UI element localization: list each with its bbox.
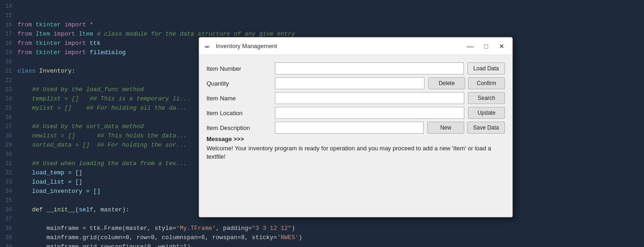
confirm-button[interactable]: Confirm	[468, 77, 505, 89]
line-number: 18	[0, 39, 18, 48]
quantity-label: Quantity	[207, 80, 271, 87]
form-rows: Item Number Load Data Quantity Delete Co…	[207, 62, 505, 134]
code-line: 40 mainframe.grid_rowconfigure(0, weight…	[0, 242, 644, 247]
code-text: from tkinter import filedialog	[18, 48, 126, 57]
line-number: 30	[0, 150, 18, 159]
item-description-label: Item Description	[207, 124, 271, 131]
code-text: newlist = [] ## This holds the data...	[18, 131, 187, 141]
line-number: 33	[0, 178, 18, 187]
code-text: templist = [] ## This is a temporary li.…	[18, 94, 190, 104]
item-number-input[interactable]	[275, 62, 464, 74]
line-number: 19	[0, 48, 18, 57]
code-text: load_temp = []	[18, 168, 82, 178]
line-number: 15	[0, 11, 18, 20]
message-text: Welcome! Your inventory program is ready…	[207, 144, 505, 161]
item-name-input[interactable]	[275, 92, 464, 104]
item-number-label: Item Number	[207, 65, 271, 72]
feather-icon: ✒	[205, 41, 210, 51]
item-location-input[interactable]	[275, 107, 464, 119]
code-text: ## Used by the sort_data method	[18, 122, 144, 131]
code-text: ## Used when loading the data from a tex…	[18, 159, 187, 168]
item-name-label: Item Name	[207, 95, 271, 102]
dialog-window: ✒ Inventory Management — □ ✕ Item Number…	[199, 37, 513, 217]
line-number: 29	[0, 141, 18, 150]
line-number: 34	[0, 187, 18, 196]
app-icon: ✒	[203, 42, 212, 51]
line-number: 25	[0, 104, 18, 113]
code-line: 38 mainframe = ttk.Frame(master, style='…	[0, 224, 644, 233]
line-number: 39	[0, 233, 18, 242]
line-number: 36	[0, 205, 18, 215]
code-text: mainframe.grid(column=0, row=0, columnsp…	[18, 233, 302, 242]
line-number: 22	[0, 76, 18, 85]
item-location-label: Item Location	[207, 110, 271, 117]
delete-button[interactable]: Delete	[428, 77, 465, 89]
item-name-buttons: Search	[468, 92, 505, 104]
line-number: 32	[0, 168, 18, 178]
message-area: Message >>> Welcome! Your inventory prog…	[207, 136, 505, 161]
line-number: 38	[0, 224, 18, 233]
code-line: 16from tkinter import *	[0, 20, 644, 30]
code-line: 39 mainframe.grid(column=0, row=0, colum…	[0, 233, 644, 242]
item-location-buttons: Update	[468, 107, 505, 119]
code-text: mylist = [] ## For holding all the da...	[18, 104, 187, 113]
line-number: 21	[0, 67, 18, 76]
item-description-input[interactable]	[275, 122, 424, 134]
line-number: 24	[0, 94, 18, 104]
save-data-button[interactable]: Save Data	[467, 122, 505, 134]
line-number: 27	[0, 122, 18, 131]
code-text: from tkinter import ttk	[18, 39, 100, 48]
line-number: 28	[0, 131, 18, 141]
item-description-buttons: New Save Data	[427, 122, 505, 134]
item-description-row: Item Description New Save Data	[207, 122, 505, 134]
code-text: mainframe = ttk.Frame(master, style='My.…	[18, 224, 295, 233]
search-button[interactable]: Search	[468, 92, 505, 104]
line-number: 37	[0, 215, 18, 224]
code-text: sorted_data = [] ## For holding the sor.…	[18, 141, 187, 150]
dialog-title: Inventory Management	[216, 43, 463, 49]
code-text: from tkinter import *	[18, 20, 93, 30]
new-button[interactable]: New	[427, 122, 464, 134]
window-controls: — □ ✕	[463, 41, 509, 52]
code-text: ## Used by the load_func method	[18, 85, 144, 94]
close-button[interactable]: ✕	[495, 41, 509, 52]
code-line: 14	[0, 2, 644, 11]
item-number-row: Item Number Load Data	[207, 62, 505, 74]
item-name-row: Item Name Search	[207, 92, 505, 104]
dialog-body: Item Number Load Data Quantity Delete Co…	[199, 55, 512, 217]
code-text: def __init__(self, master):	[18, 205, 129, 215]
quantity-buttons: Delete Confirm	[428, 77, 505, 89]
line-number: 31	[0, 159, 18, 168]
maximize-button[interactable]: □	[479, 41, 493, 52]
message-header: Message >>>	[207, 136, 505, 142]
line-number: 26	[0, 113, 18, 122]
code-text: class Inventory:	[18, 67, 75, 76]
code-text: load_inventory = []	[18, 187, 100, 196]
line-number: 20	[0, 57, 18, 67]
item-number-buttons: Load Data	[468, 62, 505, 74]
code-text: load_list = []	[18, 178, 82, 187]
code-text: mainframe.grid_rowconfigure(0, weight=1)	[18, 242, 190, 247]
line-number: 35	[0, 196, 18, 205]
line-number: 16	[0, 20, 18, 30]
minimize-button[interactable]: —	[463, 41, 477, 52]
quantity-input[interactable]	[275, 77, 425, 89]
dialog-titlebar: ✒ Inventory Management — □ ✕	[199, 37, 512, 55]
line-number: 17	[0, 30, 18, 39]
update-button[interactable]: Update	[468, 107, 505, 119]
code-line: 15	[0, 11, 644, 20]
item-location-row: Item Location Update	[207, 107, 505, 119]
quantity-row: Quantity Delete Confirm	[207, 77, 505, 89]
line-number: 23	[0, 85, 18, 94]
load-data-button[interactable]: Load Data	[468, 62, 505, 74]
line-number: 14	[0, 2, 18, 11]
line-number: 40	[0, 242, 18, 247]
